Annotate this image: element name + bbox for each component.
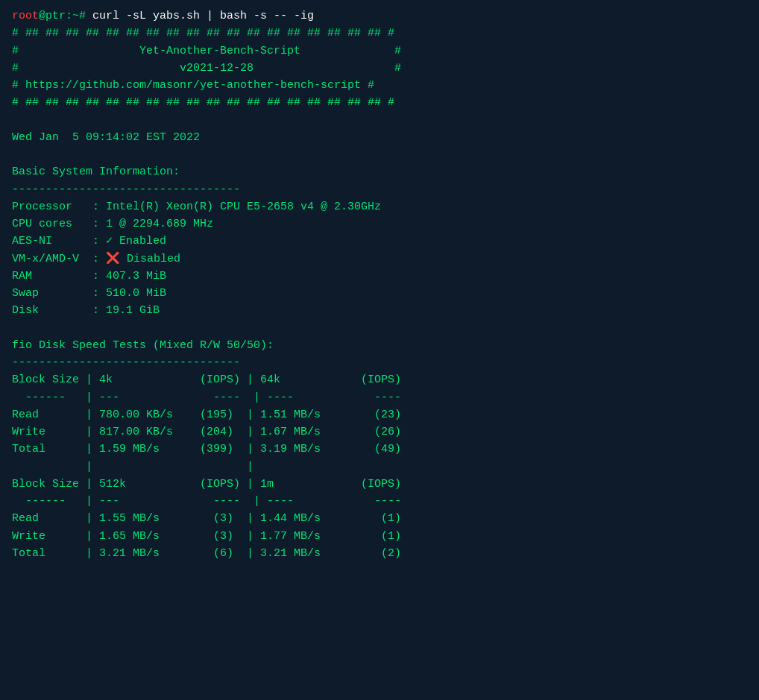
disk-value: : 19.1 GiB	[86, 304, 160, 317]
table1-read: Read | 780.00 KB/s (195) | 1.51 MB/s (23…	[12, 406, 747, 423]
table2-total: Total | 3.21 MB/s (6) | 3.21 MB/s (2)	[12, 545, 747, 562]
prompt-root: root	[12, 10, 39, 22]
swap-label: Swap	[12, 287, 86, 300]
ram-line: RAM : 407.3 MiB	[12, 268, 747, 285]
banner-line-1: # ## ## ## ## ## ## ## ## ## ## ## ## ##…	[12, 25, 747, 42]
ram-value: : 407.3 MiB	[86, 270, 166, 283]
swap-value: : 510.0 MiB	[86, 287, 166, 300]
table1-total: Total | 1.59 MB/s (399) | 3.19 MB/s (49)	[12, 441, 747, 458]
disk-label: Disk	[12, 304, 86, 317]
vm-value: : ❌ Disabled	[86, 253, 180, 265]
terminal-window: root@ptr:~# curl -sL yabs.sh | bash -s -…	[0, 0, 759, 700]
aes-ni-line: AES-NI : ✓ Enabled	[12, 233, 747, 250]
empty-3	[12, 320, 747, 337]
vm-label: VM-x/AMD-V	[12, 253, 86, 265]
table2-header: Block Size | 512k (IOPS) | 1m (IOPS)	[12, 476, 747, 493]
banner-line-4: # https://github.com/masonr/yet-another-…	[12, 77, 747, 94]
table1-empty: | |	[12, 458, 747, 476]
separator-2: ----------------------------------	[12, 354, 747, 371]
empty-1	[12, 112, 747, 129]
fio-header: fio Disk Speed Tests (Mixed R/W 50/50):	[12, 337, 747, 354]
banner-line-5: # ## ## ## ## ## ## ## ## ## ## ## ## ##…	[12, 94, 747, 111]
cpu-cores-line: CPU cores : 1 @ 2294.689 MHz	[12, 215, 747, 233]
x-icon: ❌	[106, 253, 120, 265]
empty-2	[12, 146, 747, 163]
cpu-cores-label: CPU cores	[12, 218, 86, 230]
table1-sep: ------ | --- ---- | ---- ----	[12, 389, 747, 406]
disk-line: Disk : 19.1 GiB	[12, 302, 747, 319]
aes-ni-label: AES-NI	[12, 235, 86, 247]
aes-ni-value: : ✓ Enabled	[86, 235, 166, 247]
processor-value: : Intel(R) Xeon(R) CPU E5-2658 v4 @ 2.30…	[86, 201, 381, 213]
table2-sep: ------ | --- ---- | ---- ----	[12, 493, 747, 510]
prompt-cmd: curl -sL yabs.sh | bash -s -- -ig	[92, 10, 314, 22]
prompt-at: @ptr:~#	[39, 10, 92, 22]
basic-info-header: Basic System Information:	[12, 163, 747, 180]
processor-label: Processor	[12, 201, 86, 213]
ram-label: RAM	[12, 270, 86, 283]
datetime-line: Wed Jan 5 09:14:02 EST 2022	[12, 129, 747, 146]
vm-line: VM-x/AMD-V : ❌ Disabled	[12, 250, 747, 268]
table1-header: Block Size | 4k (IOPS) | 64k (IOPS)	[12, 371, 747, 388]
prompt-line: root@ptr:~# curl -sL yabs.sh | bash -s -…	[12, 7, 747, 25]
table2-write: Write | 1.65 MB/s (3) | 1.77 MB/s (1)	[12, 528, 747, 545]
table2-read: Read | 1.55 MB/s (3) | 1.44 MB/s (1)	[12, 510, 747, 527]
cpu-cores-value: : 1 @ 2294.689 MHz	[86, 218, 213, 230]
table1-write: Write | 817.00 KB/s (204) | 1.67 MB/s (2…	[12, 423, 747, 441]
processor-line: Processor : Intel(R) Xeon(R) CPU E5-2658…	[12, 198, 747, 215]
banner-line-3: # v2021-12-28 #	[12, 60, 747, 77]
check-icon: ✓	[106, 235, 113, 247]
separator-1: ----------------------------------	[12, 181, 747, 198]
swap-line: Swap : 510.0 MiB	[12, 285, 747, 302]
banner-line-2: # Yet-Another-Bench-Script #	[12, 42, 747, 60]
